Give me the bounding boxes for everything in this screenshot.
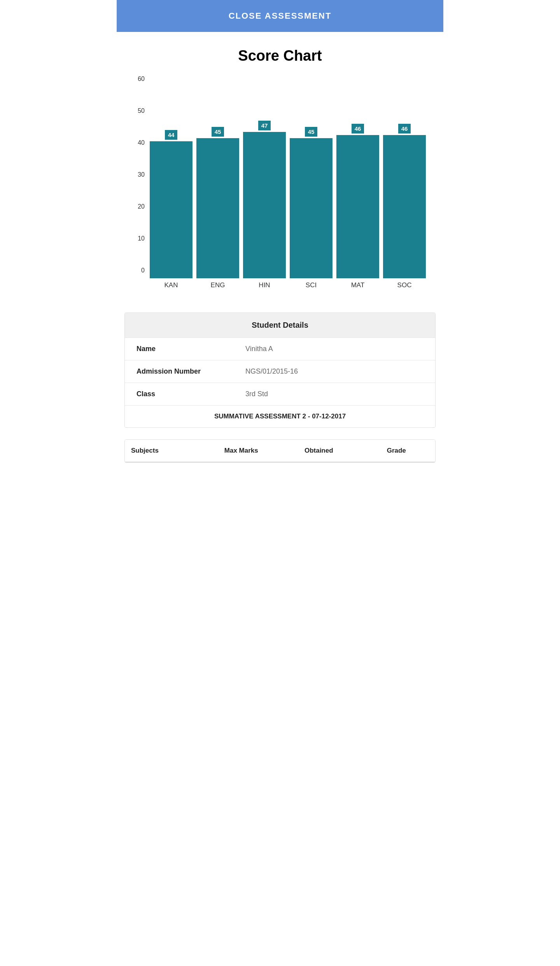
detail-value-name: Vinitha A: [245, 345, 273, 353]
bar-value-sci: 45: [305, 127, 318, 137]
detail-key-admission: Admission Number: [136, 367, 245, 376]
chart-title: Score Chart: [124, 47, 436, 64]
detail-row-name: Name Vinitha A: [125, 337, 435, 360]
y-axis: 60 50 40 30 20 10 0: [132, 76, 148, 289]
bar-eng: [196, 138, 239, 278]
bar-group-eng: 45: [196, 127, 239, 278]
col-grade: Grade: [358, 440, 436, 462]
bar-value-mat: 46: [352, 124, 364, 133]
chart-area: 444547454646 KANENGHINSCIMATSOC: [148, 76, 428, 289]
col-max-marks: Max Marks: [203, 440, 280, 462]
y-label-20: 20: [138, 204, 145, 210]
bar-group-mat: 46: [336, 124, 379, 278]
col-obtained: Obtained: [280, 440, 358, 462]
bar-value-hin: 47: [258, 121, 271, 130]
bars-row: 444547454646: [148, 76, 428, 278]
y-label-0: 0: [141, 267, 145, 274]
x-label-sci: SCI: [290, 281, 332, 289]
bar-group-sci: 45: [290, 127, 332, 278]
detail-row-admission: Admission Number NGS/01/2015-16: [125, 360, 435, 383]
x-label-hin: HIN: [243, 281, 286, 289]
detail-key-name: Name: [136, 345, 245, 353]
x-labels-row: KANENGHINSCIMATSOC: [148, 278, 428, 289]
header-title: CLOSE ASSESSMENT: [229, 11, 332, 21]
col-subjects: Subjects: [125, 440, 203, 462]
x-label-mat: MAT: [336, 281, 379, 289]
bar-chart: 60 50 40 30 20 10 0 444547454646 KANENGH…: [124, 76, 436, 289]
bar-kan: [150, 141, 192, 278]
table-header-row: Subjects Max Marks Obtained Grade: [125, 440, 435, 462]
detail-value-class: 3rd Std: [245, 390, 268, 398]
x-label-eng: ENG: [196, 281, 239, 289]
bar-group-soc: 46: [383, 124, 426, 278]
bar-hin: [243, 132, 286, 278]
bar-soc: [383, 135, 426, 278]
bar-value-soc: 46: [398, 124, 411, 133]
x-label-kan: KAN: [150, 281, 192, 289]
bar-value-kan: 44: [165, 130, 178, 140]
chart-section: Score Chart 60 50 40 30 20 10 0 44454745…: [117, 32, 443, 301]
assessment-label: SUMMATIVE ASSESSMENT 2 - 07-12-2017: [125, 405, 435, 427]
student-details-section: Student Details Name Vinitha A Admission…: [124, 313, 436, 428]
bar-group-kan: 44: [150, 130, 192, 278]
y-label-50: 50: [138, 108, 145, 114]
bar-sci: [290, 138, 332, 278]
table-section: Subjects Max Marks Obtained Grade: [124, 439, 436, 463]
y-label-10: 10: [138, 235, 145, 242]
header-bar[interactable]: CLOSE ASSESSMENT: [117, 0, 443, 32]
bar-mat: [336, 135, 379, 278]
x-label-soc: SOC: [383, 281, 426, 289]
y-label-30: 30: [138, 172, 145, 178]
y-label-60: 60: [138, 76, 145, 82]
detail-value-admission: NGS/01/2015-16: [245, 367, 298, 376]
y-label-40: 40: [138, 140, 145, 146]
bar-value-eng: 45: [212, 127, 224, 137]
detail-key-class: Class: [136, 390, 245, 398]
bar-group-hin: 47: [243, 121, 286, 278]
student-details-header: Student Details: [125, 313, 435, 337]
detail-row-class: Class 3rd Std: [125, 383, 435, 405]
